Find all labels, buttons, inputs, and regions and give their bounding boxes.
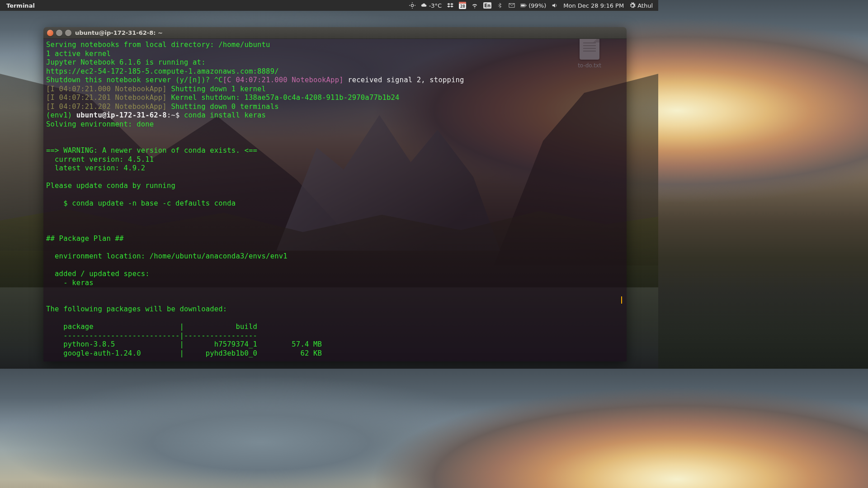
- top-panel: Terminal -3°C 28 En (99%) Mon Dec 28 9:1…: [0, 0, 658, 11]
- terminal-line: Shutdown this notebook server (y/[n])? ^…: [46, 76, 223, 84]
- terminal-line: ## Package Plan ##: [46, 235, 124, 243]
- clock[interactable]: Mon Dec 28 9:16 PM: [561, 0, 627, 11]
- active-app-label[interactable]: Terminal: [3, 2, 38, 9]
- terminal-cursor: [621, 296, 622, 304]
- calendar-icon: 28: [459, 2, 466, 9]
- terminal-line: $ conda update -n base -c defaults conda: [46, 199, 236, 207]
- terminal-line: [I 04:07:21.201 NotebookApp]: [46, 94, 167, 102]
- terminal-line: ---------------------------|------------…: [46, 332, 257, 340]
- terminal-line: added / updated specs:: [46, 270, 150, 278]
- keyboard-layout-badge: En: [483, 2, 491, 9]
- battery-indicator[interactable]: (99%): [518, 0, 549, 11]
- terminal-line: The following packages will be downloade…: [46, 305, 227, 313]
- terminal-line: https://ec2-54-172-185-5.compute-1.amazo…: [46, 67, 279, 75]
- temperature-value: -3°C: [429, 2, 442, 9]
- terminal-line: Serving notebooks from local directory: …: [46, 41, 270, 49]
- battery-icon: [520, 2, 527, 9]
- svg-point-0: [411, 4, 413, 6]
- terminal-line: Solving environment: done: [46, 120, 154, 128]
- terminal-line: Jupyter Notebook 6.1.6 is running at:: [46, 58, 206, 66]
- window-maximize-button[interactable]: [65, 30, 71, 36]
- terminal-line: 1 active kernel: [46, 50, 111, 58]
- session-indicator[interactable]: Athul: [627, 0, 656, 11]
- calendar-indicator[interactable]: 28: [456, 0, 469, 11]
- dropbox-indicator-icon[interactable]: [444, 0, 456, 11]
- terminal-line: google-auth-1.24.0 | pyhd3eb1b0_0 62 KB: [46, 349, 322, 357]
- session-user: Athul: [637, 2, 653, 9]
- terminal-line: [I 04:07:21.000 NotebookApp]: [46, 85, 167, 93]
- terminal-line: Please update conda by running: [46, 182, 175, 190]
- prompt-env: (env1): [46, 111, 76, 119]
- brightness-indicator-icon[interactable]: [406, 0, 418, 11]
- keyboard-indicator[interactable]: En: [481, 0, 494, 11]
- battery-percent: (99%): [528, 2, 546, 9]
- window-minimize-button[interactable]: [56, 30, 62, 36]
- window-titlebar[interactable]: ubuntu@ip-172-31-62-8: ~: [43, 27, 627, 39]
- terminal-window[interactable]: ubuntu@ip-172-31-62-8: ~ Serving noteboo…: [43, 27, 627, 361]
- messages-indicator-icon[interactable]: [506, 0, 518, 11]
- network-indicator-icon[interactable]: [469, 0, 481, 11]
- terminal-line: Kernel shutdown: 138ae57a-0c4a-4208-911b…: [167, 94, 400, 102]
- svg-rect-7: [526, 5, 526, 6]
- terminal-line: python-3.8.5 | h7579374_1 57.4 MB: [46, 340, 322, 348]
- sound-indicator-icon[interactable]: [549, 0, 561, 11]
- terminal-line: Shutting down 1 kernel: [167, 85, 266, 93]
- terminal-line: - keras: [46, 279, 94, 287]
- terminal-line: current version: 4.5.11: [46, 155, 154, 164]
- terminal-command: conda install keras: [184, 111, 266, 119]
- window-close-button[interactable]: [47, 30, 53, 36]
- bluetooth-indicator-icon[interactable]: [494, 0, 506, 11]
- terminal-line: latest version: 4.9.2: [46, 164, 145, 172]
- terminal-line: ==> WARNING: A newer version of conda ex…: [46, 146, 257, 155]
- weather-indicator[interactable]: -3°C: [418, 0, 445, 11]
- terminal-line: package | build: [46, 323, 257, 331]
- terminal-line: [C 04:07:21.000 NotebookApp]: [223, 76, 344, 84]
- terminal-line: received signal 2, stopping: [344, 76, 464, 84]
- terminal-line: [I 04:07:21.202 NotebookApp]: [46, 103, 167, 111]
- weather-cloud-icon: [421, 2, 427, 9]
- terminal-content[interactable]: Serving notebooks from local directory: …: [43, 39, 627, 361]
- window-title: ubuntu@ip-172-31-62-8: ~: [75, 29, 163, 36]
- gear-icon: [629, 2, 636, 9]
- svg-rect-6: [521, 5, 525, 6]
- prompt-userhost: ubuntu@ip-172-31-62-8: [76, 111, 167, 119]
- prompt-path: :~$: [167, 111, 184, 119]
- terminal-line: Shutting down 0 terminals: [167, 103, 279, 111]
- terminal-line: environment location: /home/ubuntu/anaco…: [46, 252, 288, 260]
